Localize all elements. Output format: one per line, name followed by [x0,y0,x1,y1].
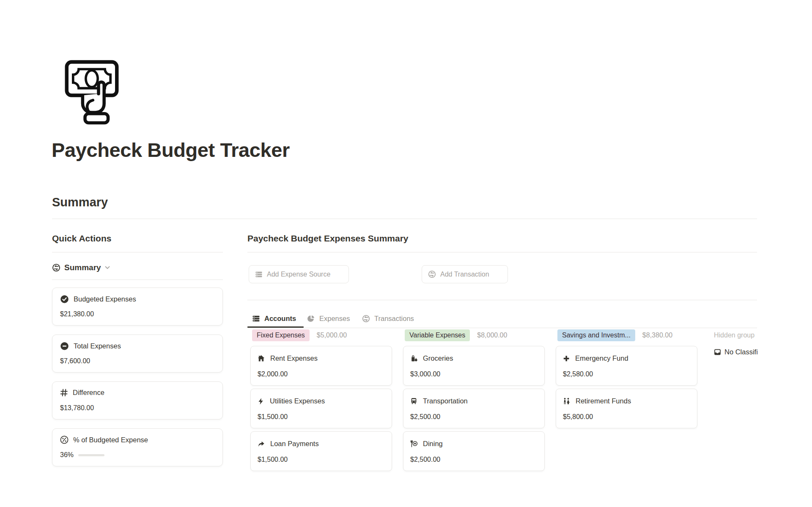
card-title: Utilities Expenses [270,397,325,405]
hidden-group-label: Hidden group [714,329,760,341]
minus-circle-icon [60,342,69,351]
tab-accounts[interactable]: Accounts [252,310,296,327]
card-value: $13,780.00 [60,404,94,412]
tab-transactions[interactable]: Transactions [362,310,414,327]
card-amount: $1,500.00 [258,413,288,421]
cycle-icon [52,263,60,272]
quick-action-cards: Budgeted Expenses $21,380.00 Total Expen… [52,288,223,466]
board-card-dining[interactable]: Dining $2,500.00 [403,431,545,471]
group-badge[interactable]: Variable Expenses [405,329,470,341]
rows-icon [255,271,263,278]
card-amount: $3,000.00 [410,370,440,378]
board-column-fixed-expenses: Fixed Expenses $5,000.00 Rent Expenses $… [250,329,392,471]
summary-card-difference: Difference $13,780.00 [52,381,223,419]
summary-card-total-expenses: Total Expenses $7,600.00 [52,334,223,373]
board-card-loan-payments[interactable]: Loan Payments $1,500.00 [250,431,392,471]
hash-icon [60,389,68,397]
card-value: $21,380.00 [60,310,94,318]
cycle-icon [428,270,436,278]
hidden-groups-section: Hidden group No Classifi [714,329,760,356]
divider [52,280,223,280]
summary-card-budgeted-expenses: Budgeted Expenses $21,380.00 [52,288,223,326]
board-card-utilities-expenses[interactable]: Utilities Expenses $1,500.00 [250,389,392,428]
house-icon [258,355,265,362]
divider [247,300,757,300]
tab-label: Transactions [374,315,414,323]
divider [52,252,223,252]
hidden-group-name: No Classifi [724,348,758,356]
bus-icon [410,397,417,405]
dining-icon [410,440,417,447]
divider [52,219,757,219]
card-amount: $2,500.00 [410,413,440,421]
card-label: Difference [73,389,104,397]
cycle-icon [362,315,370,323]
quick-actions-heading: Quick Actions [52,233,111,244]
card-value: $7,600.00 [60,357,90,365]
page-title: Paycheck Budget Tracker [52,138,290,162]
group-badge[interactable]: Savings and Investm... [557,329,635,341]
summary-section-heading: Summary [52,195,108,209]
card-title: Loan Payments [270,440,319,448]
divider [247,252,757,252]
card-label: % of Budgeted Expense [73,436,148,444]
chevron-down-icon [105,266,110,269]
add-expense-source-button[interactable]: Add Expense Source [249,265,349,283]
tab-bar-divider [247,328,757,328]
card-amount: $2,580.00 [563,370,593,378]
plus-icon [563,355,570,362]
card-title: Rent Expenses [270,354,318,362]
progress-bar [78,454,104,456]
summary-card-percent-budgeted: % of Budgeted Expense 36% [52,428,223,466]
check-circle-icon [60,295,69,304]
redo-arrow-icon [258,441,265,447]
card-value: 36% [60,451,74,459]
board-card-retirement-funds[interactable]: Retirement Funds $5,800.00 [556,389,697,428]
card-amount: $2,500.00 [410,456,440,463]
group-total: $8,000.00 [477,332,507,339]
percent-circle-icon [60,436,69,444]
family-icon [563,397,570,405]
expenses-summary-heading: Paycheck Budget Expenses Summary [247,233,409,244]
board-column-variable-expenses: Variable Expenses $8,000.00 Groceries $3… [403,329,545,471]
hidden-group-no-classification[interactable]: No Classifi [714,348,760,356]
card-title: Retirement Funds [576,397,631,405]
button-label: Add Expense Source [267,271,330,278]
card-title: Dining [423,440,443,448]
group-badge[interactable]: Fixed Expenses [252,329,310,341]
pie-chart-icon [307,315,315,323]
group-total: $8,380.00 [642,332,672,339]
board-card-groceries[interactable]: Groceries $3,000.00 [403,346,545,386]
groceries-icon [410,355,417,362]
card-label: Budgeted Expenses [74,295,136,303]
board-card-rent-expenses[interactable]: Rent Expenses $2,000.00 [250,346,392,386]
card-label: Total Expenses [74,342,121,350]
card-title: Groceries [423,354,453,362]
card-title: Transportation [423,397,468,405]
inbox-icon [714,348,721,356]
add-transaction-button[interactable]: Add Transaction [422,265,508,283]
button-label: Add Transaction [440,271,489,278]
active-tab-underline [247,326,304,328]
bolt-icon [258,398,264,405]
card-amount: $1,500.00 [258,456,288,463]
view-selector-label: Summary [64,263,101,272]
money-hand-icon [62,59,121,126]
tab-expenses[interactable]: Expenses [307,310,350,327]
group-total: $5,000.00 [317,332,347,339]
board-card-transportation[interactable]: Transportation $2,500.00 [403,389,545,428]
card-amount: $2,000.00 [258,370,288,378]
tab-label: Expenses [319,315,350,323]
page: Paycheck Budget Tracker Summary Quick Ac… [0,0,812,507]
rows-icon [252,315,260,323]
board-column-savings-investments: Savings and Investm... $8,380.00 Emergen… [556,329,697,428]
view-selector[interactable]: Summary [52,261,110,274]
card-title: Emergency Fund [575,354,628,362]
tab-label: Accounts [264,315,296,323]
board-card-emergency-fund[interactable]: Emergency Fund $2,580.00 [556,346,697,386]
card-amount: $5,800.00 [563,413,593,421]
